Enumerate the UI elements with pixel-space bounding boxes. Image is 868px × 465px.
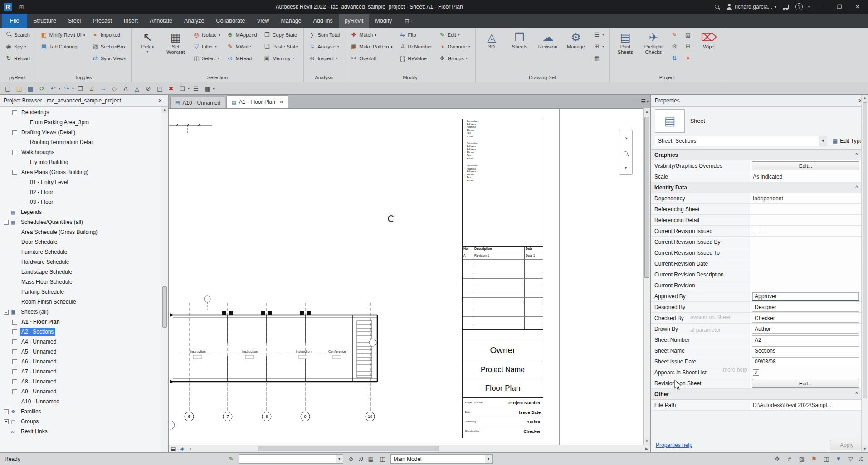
collapse-caret-icon[interactable]: ^ (855, 391, 858, 397)
scroll-down-icon[interactable]: ▼ (644, 438, 650, 445)
tree-item-a9-unnamed[interactable]: +A9 - Unnamed (0, 387, 161, 397)
ribbon-tab-view[interactable]: View (251, 14, 275, 28)
tree-item-sheets-all[interactable]: -▣Sheets (all) (0, 307, 161, 317)
collapse-box-icon[interactable]: - (12, 170, 17, 175)
3d-button[interactable]: ◬3D (478, 29, 505, 74)
view-tabs-menu[interactable]: ☰▾ (641, 98, 649, 105)
type-select-combobox[interactable]: Sheet: Sections ▾ (655, 136, 827, 146)
close-hidden-windows-icon[interactable]: ✖ (166, 83, 176, 93)
status-links-select-icon[interactable]: ✥ (773, 455, 781, 462)
tree-item-from-parking-area-3pm[interactable]: From Parking Area_3pm (0, 117, 161, 127)
sheet-titleblock[interactable]: ConsultantAddressAddressPhoneFaxe-mailCo… (462, 119, 543, 438)
filter-button[interactable]: ▽Filter▾ (190, 41, 222, 52)
scroll-up-icon[interactable]: ▲ (644, 108, 650, 115)
expand-box-icon[interactable]: + (4, 419, 9, 424)
tree-item-schedules-quantities-all[interactable]: -▦Schedules/Quantities (all) (0, 217, 161, 227)
tree-item-families[interactable]: +❖Families (0, 407, 161, 417)
revalue-button[interactable]: { }ReValue (397, 53, 434, 64)
mappend-button[interactable]: ⊕MAppend (224, 29, 259, 40)
sum-total-button[interactable]: ∑Sum Total (307, 29, 342, 40)
aligned-dimension-icon[interactable]: ↔ (98, 83, 108, 93)
tree-item-a6-unnamed[interactable]: +A6 - Unnamed (0, 357, 161, 367)
ribbon-tab-modify[interactable]: Modify (369, 14, 398, 28)
tree-item-drafting-views-detail[interactable]: -Drafting Views (Detail) (0, 127, 161, 137)
tree-item-hardware-schedule[interactable]: Hardware Schedule (0, 257, 161, 267)
renumber-button[interactable]: #ReNumber (397, 41, 434, 52)
pick-button[interactable]: ↖Pick •▾ (134, 29, 161, 74)
collapse-caret-icon[interactable]: ^ (855, 184, 858, 191)
ribbon-tab-analyze[interactable]: Analyze (178, 14, 210, 28)
export-image-icon-button[interactable]: ▦ (591, 53, 606, 64)
tree-item-a10-unnamed[interactable]: A10 - Unnamed (0, 397, 161, 407)
revision-button[interactable]: ☁Revision (535, 29, 561, 74)
tree-item-walkthroughs[interactable]: -Walkthroughs (0, 147, 161, 157)
current-revision-issued-checkbox[interactable] (753, 228, 759, 234)
view-tab-a1-floor-plan[interactable]: ▤A1 - Floor Plan✕ (226, 95, 288, 108)
isolate-button[interactable]: ◎Isolate• (190, 29, 222, 40)
inspect-button[interactable]: ⊚Inspect▾ (307, 53, 342, 64)
scroll-down-icon[interactable]: ▼ (862, 446, 868, 452)
memory-button[interactable]: ▣Memory▾ (261, 53, 301, 64)
ribbon-tab-annotate[interactable]: Annotate (144, 14, 178, 28)
sheets-button[interactable]: ❐Sheets (507, 29, 533, 74)
wipe-button[interactable]: ⌦Wipe (696, 29, 722, 74)
flip-button[interactable]: ⇋Flip (397, 29, 434, 40)
tree-item-02-floor[interactable]: 02 - Floor (0, 187, 161, 197)
reload-button[interactable]: ↻Reload (3, 53, 32, 64)
appears-in-sheet-list-checkbox[interactable]: ✓ (753, 369, 759, 376)
approved-by-input[interactable]: Approver (752, 292, 859, 301)
selection-filter-icon[interactable]: ▽ (847, 455, 855, 462)
scroll-left-icon[interactable]: ‹ (187, 447, 194, 451)
floor-plan-drawing[interactable]: 6 7 8 9 10 Instruction Instruction Instr… (170, 289, 392, 437)
select-button[interactable]: ◫Select▾ (190, 53, 222, 64)
edit-button[interactable]: ✎Edit▾ (436, 29, 473, 40)
mwrite-button[interactable]: ✎MWrite (224, 41, 259, 52)
mread-button[interactable]: ⊙MRead (224, 53, 259, 64)
status-pin-icon[interactable]: ⚑ (810, 455, 818, 462)
designed-by-input[interactable]: Designer (752, 303, 859, 312)
tree-item-room-finish-schedule[interactable]: Room Finish Schedule (0, 297, 161, 307)
ribbon-tab-add-ins[interactable]: Add-Ins (307, 14, 339, 28)
expand-box-icon[interactable]: + (4, 409, 9, 414)
imported-button[interactable]: ●Imported (89, 29, 129, 40)
navigation-bar[interactable]: ◔ ▾ (619, 130, 633, 175)
tree-item-groups[interactable]: +▢Groups (0, 417, 161, 426)
override-button[interactable]: ◑Override▾ (436, 41, 473, 52)
minify-revit-ui-button[interactable]: ◧Minify Revit UI• (38, 29, 88, 40)
ribbon-tab-steel[interactable]: Steel (62, 14, 87, 28)
sheet-matrix-icon-button[interactable]: ⊞▾ (591, 41, 606, 52)
expand-box-icon[interactable]: + (12, 339, 17, 344)
preflight-checks-button[interactable]: ✈Preflight Checks (640, 29, 667, 74)
sheet-number-input[interactable]: A2 (752, 335, 859, 344)
app-menu-icon[interactable]: ⊞ (17, 2, 26, 11)
expand-box-icon[interactable]: + (12, 389, 17, 394)
status-underlay-icon[interactable]: ▧ (798, 455, 806, 462)
properties-scrollbar[interactable]: ▲ ▼ (861, 95, 868, 452)
manage-button[interactable]: ⚙Manage (563, 29, 589, 74)
match-button[interactable]: ✥Match• (348, 29, 395, 40)
tree-item-a2-sections[interactable]: +A2 - Sections (0, 327, 161, 337)
tree-item-a5-unnamed[interactable]: +A5 - Unnamed (0, 347, 161, 357)
app-store-cart-icon[interactable] (781, 2, 790, 11)
collapse-box-icon[interactable]: - (4, 310, 9, 315)
tree-item-landscape-schedule[interactable]: Landscape Schedule (0, 267, 161, 277)
tab-coloring-button[interactable]: ▤Tab Coloring (38, 41, 88, 52)
drawn-by-input[interactable]: Author (752, 325, 859, 334)
cleanup-icon-button[interactable]: ✦ (682, 53, 694, 64)
open-icon[interactable]: ◱ (14, 83, 24, 93)
account-menu[interactable]: richard.garcia... ▾ (726, 4, 776, 10)
switch-windows-icon[interactable]: ❏ (177, 83, 187, 93)
maximize-button[interactable]: ❐ (833, 1, 846, 12)
checked-by-input[interactable]: Checker (752, 314, 859, 323)
ribbon-tab-insert[interactable]: Insert (118, 14, 144, 28)
close-button[interactable]: ✕ (851, 1, 864, 12)
patterns-icon-button[interactable]: ▨ (682, 29, 694, 40)
sheet-issue-date-input[interactable]: 09/03/08 (752, 357, 859, 366)
reveal-hidden-icon[interactable]: ◈ (178, 446, 187, 452)
tree-item-legends[interactable]: ▤Legends (0, 207, 161, 217)
help-menu-caret-icon[interactable]: ▾ (808, 5, 810, 9)
scroll-thumb[interactable] (162, 286, 167, 328)
view-tab-a10-unnamed[interactable]: ▤A10 - Unnamed (170, 97, 225, 108)
scroll-right-icon[interactable]: ▶ (643, 447, 650, 451)
groups-button[interactable]: ❖Groups▾ (436, 53, 473, 64)
